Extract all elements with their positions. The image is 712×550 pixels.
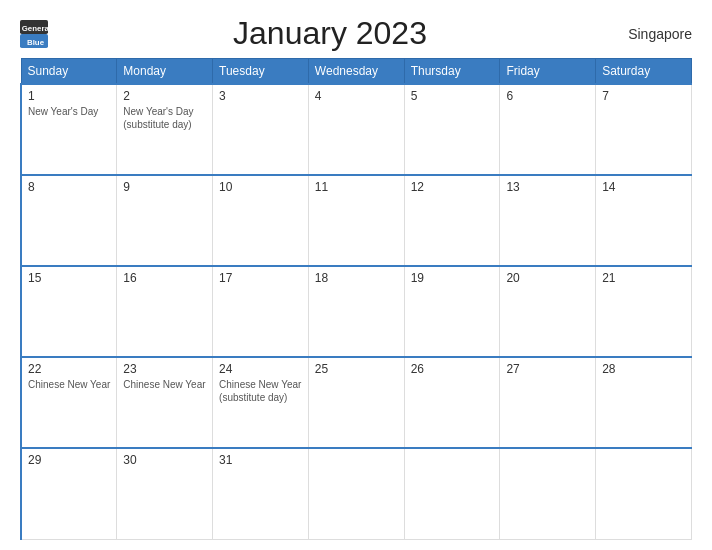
calendar-cell: 13 xyxy=(500,175,596,266)
country-label: Singapore xyxy=(612,26,692,42)
day-number: 13 xyxy=(506,180,589,194)
holiday-label: New Year's Day (substitute day) xyxy=(123,105,206,131)
day-number: 21 xyxy=(602,271,685,285)
calendar-cell: 12 xyxy=(404,175,500,266)
day-number: 23 xyxy=(123,362,206,376)
logo-icon: General Blue xyxy=(20,20,48,48)
day-number: 29 xyxy=(28,453,110,467)
calendar-cell: 4 xyxy=(308,84,404,175)
calendar-week-3: 15161718192021 xyxy=(21,266,692,357)
calendar-cell xyxy=(596,448,692,539)
days-header-row: Sunday Monday Tuesday Wednesday Thursday… xyxy=(21,59,692,85)
logo: General Blue xyxy=(20,20,48,48)
holiday-label: Chinese New Year xyxy=(123,378,206,391)
day-number: 24 xyxy=(219,362,302,376)
calendar-cell: 8 xyxy=(21,175,117,266)
calendar-cell: 27 xyxy=(500,357,596,448)
day-number: 17 xyxy=(219,271,302,285)
calendar-week-4: 22Chinese New Year23Chinese New Year24Ch… xyxy=(21,357,692,448)
calendar-cell: 17 xyxy=(213,266,309,357)
day-number: 4 xyxy=(315,89,398,103)
calendar-cell: 23Chinese New Year xyxy=(117,357,213,448)
calendar-cell: 22Chinese New Year xyxy=(21,357,117,448)
calendar-cell: 21 xyxy=(596,266,692,357)
day-number: 30 xyxy=(123,453,206,467)
calendar-week-1: 1New Year's Day2New Year's Day (substitu… xyxy=(21,84,692,175)
col-friday: Friday xyxy=(500,59,596,85)
calendar-cell: 18 xyxy=(308,266,404,357)
day-number: 28 xyxy=(602,362,685,376)
calendar-cell: 31 xyxy=(213,448,309,539)
day-number: 27 xyxy=(506,362,589,376)
col-saturday: Saturday xyxy=(596,59,692,85)
day-number: 2 xyxy=(123,89,206,103)
month-title: January 2023 xyxy=(48,15,612,52)
day-number: 26 xyxy=(411,362,494,376)
svg-text:Blue: Blue xyxy=(27,37,45,46)
calendar-cell: 11 xyxy=(308,175,404,266)
day-number: 12 xyxy=(411,180,494,194)
holiday-label: Chinese New Year xyxy=(28,378,110,391)
day-number: 31 xyxy=(219,453,302,467)
day-number: 22 xyxy=(28,362,110,376)
day-number: 6 xyxy=(506,89,589,103)
col-sunday: Sunday xyxy=(21,59,117,85)
col-wednesday: Wednesday xyxy=(308,59,404,85)
calendar-cell: 7 xyxy=(596,84,692,175)
day-number: 19 xyxy=(411,271,494,285)
day-number: 15 xyxy=(28,271,110,285)
calendar-cell: 16 xyxy=(117,266,213,357)
day-number: 16 xyxy=(123,271,206,285)
calendar-cell: 26 xyxy=(404,357,500,448)
calendar-cell: 30 xyxy=(117,448,213,539)
day-number: 3 xyxy=(219,89,302,103)
calendar-cell: 2New Year's Day (substitute day) xyxy=(117,84,213,175)
calendar-cell: 9 xyxy=(117,175,213,266)
calendar-cell: 25 xyxy=(308,357,404,448)
calendar-cell xyxy=(404,448,500,539)
calendar-cell: 1New Year's Day xyxy=(21,84,117,175)
day-number: 9 xyxy=(123,180,206,194)
day-number: 25 xyxy=(315,362,398,376)
col-monday: Monday xyxy=(117,59,213,85)
day-number: 18 xyxy=(315,271,398,285)
calendar-cell: 29 xyxy=(21,448,117,539)
calendar-cell: 28 xyxy=(596,357,692,448)
calendar-cell: 6 xyxy=(500,84,596,175)
calendar-cell xyxy=(308,448,404,539)
calendar-cell: 20 xyxy=(500,266,596,357)
day-number: 11 xyxy=(315,180,398,194)
day-number: 8 xyxy=(28,180,110,194)
holiday-label: New Year's Day xyxy=(28,105,110,118)
calendar-cell: 15 xyxy=(21,266,117,357)
calendar-cell: 24Chinese New Year (substitute day) xyxy=(213,357,309,448)
calendar-week-2: 891011121314 xyxy=(21,175,692,266)
day-number: 1 xyxy=(28,89,110,103)
calendar-cell: 5 xyxy=(404,84,500,175)
holiday-label: Chinese New Year (substitute day) xyxy=(219,378,302,404)
calendar-cell: 19 xyxy=(404,266,500,357)
header: General Blue January 2023 Singapore xyxy=(20,15,692,52)
day-number: 7 xyxy=(602,89,685,103)
day-number: 5 xyxy=(411,89,494,103)
calendar-cell: 14 xyxy=(596,175,692,266)
calendar-cell xyxy=(500,448,596,539)
calendar-table: Sunday Monday Tuesday Wednesday Thursday… xyxy=(20,58,692,540)
day-number: 20 xyxy=(506,271,589,285)
calendar-cell: 10 xyxy=(213,175,309,266)
calendar-page: General Blue January 2023 Singapore Sund… xyxy=(0,0,712,550)
calendar-week-5: 293031 xyxy=(21,448,692,539)
day-number: 10 xyxy=(219,180,302,194)
svg-text:General: General xyxy=(22,23,48,32)
col-tuesday: Tuesday xyxy=(213,59,309,85)
day-number: 14 xyxy=(602,180,685,194)
calendar-cell: 3 xyxy=(213,84,309,175)
col-thursday: Thursday xyxy=(404,59,500,85)
